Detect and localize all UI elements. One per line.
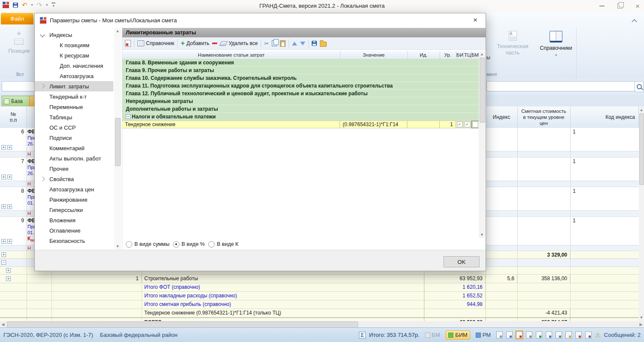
- scroll-left-icon[interactable]: ◀: [0, 321, 6, 328]
- radio-as-sum[interactable]: [126, 241, 132, 248]
- scrollbar-thumb[interactable]: [7, 321, 358, 328]
- view-mode-icon[interactable]: [565, 331, 572, 339]
- tree-item-tables[interactable]: Таблицы: [35, 112, 113, 122]
- view-mode-icon[interactable]: [546, 331, 552, 339]
- open-icon[interactable]: [320, 42, 327, 47]
- horizontal-scrollbar[interactable]: ◀ ▶: [0, 321, 644, 328]
- tree-item-ranking[interactable]: Ранжирование: [35, 194, 113, 205]
- cost-group-row[interactable]: Глава 8. Временные здания и сооружения: [122, 59, 479, 67]
- view-mode-icon[interactable]: [575, 331, 582, 339]
- tree-item-security[interactable]: Безопасность: [35, 236, 113, 246]
- scroll-up-icon[interactable]: ▲: [639, 107, 644, 112]
- summary-row[interactable]: Тендерное снижение (0.987654321-1)*Г1:Г1…: [0, 309, 644, 318]
- summary-row[interactable]: Итого сметная прибыль (справочно) 944,98: [0, 300, 644, 309]
- cut-icon[interactable]: ✂: [264, 41, 269, 46]
- dialog-close-icon[interactable]: ×: [470, 15, 480, 25]
- toggle-rm[interactable]: РМ: [474, 331, 493, 339]
- radio-as-percent[interactable]: ●: [173, 241, 179, 248]
- expand-icon[interactable]: [7, 145, 12, 150]
- collapse-icon[interactable]: [1, 260, 6, 265]
- view-mode-icon[interactable]: [556, 331, 562, 339]
- remove-icon[interactable]: [212, 42, 217, 44]
- tab-base[interactable]: База: [2, 96, 32, 107]
- view-mode-icon[interactable]: [496, 331, 503, 339]
- chevron-right-icon[interactable]: [40, 84, 45, 88]
- scroll-down-icon[interactable]: ▼: [639, 315, 644, 320]
- tree-item-indexes[interactable]: Индексы: [35, 30, 113, 40]
- view-mode-icon[interactable]: [526, 331, 532, 339]
- tree-item-variables[interactable]: Переменные: [35, 102, 113, 112]
- scroll-right-icon[interactable]: ▶: [638, 321, 644, 328]
- tc-checkbox[interactable]: ✓: [465, 121, 471, 127]
- view-mode-icon-active[interactable]: [516, 331, 522, 339]
- scroll-down-icon[interactable]: ▼: [114, 243, 121, 249]
- tree-scrollbar[interactable]: ▲ ▼: [114, 28, 121, 249]
- chevron-down-icon[interactable]: [40, 32, 45, 37]
- search-button[interactable]: [635, 81, 644, 92]
- tree-item-limited-costs[interactable]: Лимит. затраты: [35, 81, 113, 91]
- move-up-icon[interactable]: [292, 42, 297, 45]
- file-tab[interactable]: Файл: [1, 13, 33, 24]
- view-mode-icon[interactable]: [536, 331, 542, 339]
- tree-item-contents[interactable]: Оглавление: [35, 225, 113, 236]
- summary-row[interactable]: 1 Строительные работы 63 952,93 5,6 358 …: [0, 275, 644, 283]
- tree-item-comment[interactable]: Комментарий: [35, 143, 113, 153]
- scrollbar-thumb[interactable]: [639, 113, 644, 185]
- minimize-button[interactable]: [599, 6, 605, 6]
- cost-group-row[interactable]: Глава 10. Содержание службы заказчика. С…: [122, 74, 479, 82]
- tree-item-signatures[interactable]: Подписи: [35, 133, 113, 143]
- radio-as-coeff[interactable]: [208, 241, 215, 248]
- cost-group-row[interactable]: Налоги и обязательные платежи: [122, 113, 479, 121]
- cost-group-row[interactable]: Глава 9. Прочие работы и затраты: [122, 67, 479, 74]
- collapse-ribbon-icon[interactable]: [632, 19, 637, 24]
- expand-icon[interactable]: [1, 145, 6, 150]
- scroll-down-icon[interactable]: ▼: [479, 232, 485, 238]
- tree-item-autoload[interactable]: Автозагрузка: [35, 71, 113, 81]
- collapse-icon[interactable]: [126, 114, 131, 119]
- delete-all-button[interactable]: Удалить все: [220, 40, 258, 46]
- scroll-up-icon[interactable]: ▲: [479, 51, 485, 57]
- messages-label[interactable]: Сообщений: 2: [604, 332, 641, 338]
- expand-icon[interactable]: [1, 252, 6, 257]
- expand-icon[interactable]: [6, 268, 11, 273]
- panel-scrollbar[interactable]: ▲ ▼: [479, 51, 485, 238]
- cost-item-value[interactable]: (0.987654321-1)*Г1:Г14: [340, 121, 407, 128]
- references-button[interactable]: Справочники ▾: [538, 31, 574, 57]
- expand-icon[interactable]: [1, 239, 6, 244]
- tree-item-extra-charges[interactable]: Доп. начисления: [35, 61, 113, 71]
- cost-item-id[interactable]: [407, 121, 440, 128]
- cost-group-row[interactable]: Глава 11. Подготовка эксплуатационных ка…: [122, 82, 479, 90]
- paste-icon[interactable]: [280, 40, 286, 47]
- close-button[interactable]: ×: [635, 3, 640, 10]
- cost-group-row[interactable]: Непредвиденные затраты: [122, 97, 479, 105]
- vertical-scrollbar[interactable]: ▲ ▼: [639, 106, 644, 321]
- add-button[interactable]: +Добавить: [181, 40, 209, 47]
- scrollbar-thumb[interactable]: [115, 118, 121, 166]
- view-mode-icon[interactable]: [585, 331, 592, 339]
- tree-item-properties[interactable]: Свойства: [35, 174, 113, 184]
- expand-icon[interactable]: [7, 239, 12, 244]
- cost-group-row[interactable]: Дополнительные работы и затраты: [122, 105, 479, 113]
- tree-item-hyperlinks[interactable]: Гиперссылки: [35, 205, 113, 215]
- tree-item-acts[interactable]: Акты выполн. работ: [35, 153, 113, 163]
- view-mode-icon[interactable]: [506, 331, 513, 339]
- tree-item-to-positions[interactable]: К позициям: [35, 40, 113, 50]
- expand-icon[interactable]: [1, 204, 6, 209]
- tree-item-price-autoload[interactable]: Автозагрузка цен: [35, 184, 113, 194]
- tree-item-attachments[interactable]: Вложения: [35, 215, 113, 225]
- ok-button[interactable]: OK: [444, 256, 480, 267]
- summary-row[interactable]: Итого ФОТ (справочно) 1 620,16: [0, 283, 644, 292]
- chevron-right-icon[interactable]: [40, 176, 45, 181]
- expand-icon[interactable]: [1, 175, 6, 179]
- save-icon[interactable]: [312, 41, 317, 46]
- restore-button[interactable]: [617, 3, 623, 9]
- cost-group-row[interactable]: Глава 12. Публичный технологический и це…: [122, 90, 479, 97]
- expand-icon[interactable]: [7, 204, 12, 209]
- tree-item-other[interactable]: Прочее: [35, 163, 113, 174]
- cost-item-row[interactable]: Тендерное снижение (0.987654321-1)*Г1:Г1…: [122, 121, 479, 128]
- parameters-icon[interactable]: [125, 40, 131, 47]
- cost-item-level[interactable]: 1: [440, 121, 456, 128]
- summary-row[interactable]: Итого накладные расходы (справочно) 1 65…: [0, 292, 644, 300]
- toggle-bm[interactable]: БМ: [423, 331, 442, 339]
- toggle-bim[interactable]: БИМ: [446, 330, 470, 339]
